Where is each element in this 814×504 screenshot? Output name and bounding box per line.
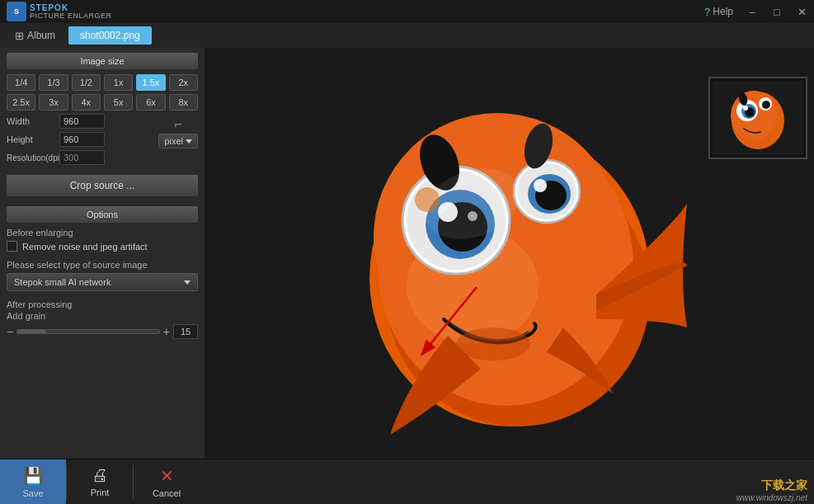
app-title-line1: STEPOK bbox=[30, 3, 112, 12]
scale-btn-half[interactable]: 1/2 bbox=[72, 74, 101, 91]
scale-row-1: 1/4 1/3 1/2 1x 1.5x 2x bbox=[7, 74, 198, 91]
fish-image bbox=[283, 48, 736, 459]
image-size-section: Image size 1/4 1/3 1/2 1x 1.5x 2x 2.5x 3… bbox=[0, 48, 205, 201]
tab-file[interactable]: shot0002.png bbox=[68, 26, 152, 45]
height-row: Height bbox=[7, 132, 153, 147]
pixel-select[interactable]: pixel bbox=[158, 134, 198, 148]
title-controls: ? Help – □ ✕ bbox=[698, 0, 814, 23]
album-tab-label: Album bbox=[27, 30, 55, 41]
pixel-dropdown-arrow bbox=[186, 139, 192, 144]
album-grid-icon: ⊞ bbox=[15, 30, 24, 42]
print-label: Print bbox=[91, 488, 110, 497]
save-icon: 💾 bbox=[23, 466, 44, 486]
options-header: Options bbox=[7, 206, 198, 223]
scale-row-2: 2.5x 3x 4x 5x 6x 8x bbox=[7, 94, 198, 111]
options-section: Options Before enlarging Remove noise an… bbox=[0, 201, 205, 459]
main-area: ⊞ Album shot0002.png Image size 1/4 1/3 … bbox=[0, 23, 814, 459]
close-button[interactable]: ✕ bbox=[789, 0, 814, 23]
width-input[interactable] bbox=[59, 114, 105, 129]
svg-point-21 bbox=[456, 327, 530, 360]
cancel-icon: ✕ bbox=[160, 466, 174, 486]
height-label: Height bbox=[7, 134, 56, 144]
scale-btn-1x[interactable]: 1x bbox=[104, 74, 133, 91]
help-label: Help bbox=[713, 6, 733, 17]
left-panel: Image size 1/4 1/3 1/2 1x 1.5x 2x 2.5x 3… bbox=[0, 48, 205, 459]
ai-network-select[interactable]: Stepok small AI network bbox=[7, 273, 198, 291]
save-button[interactable]: 💾 Save bbox=[0, 459, 66, 505]
logo-icon: S bbox=[7, 2, 26, 21]
pixel-label: pixel bbox=[164, 136, 183, 146]
thumbnail-preview bbox=[708, 77, 807, 159]
watermark-brand: 下载之家 bbox=[736, 478, 807, 493]
save-label: Save bbox=[22, 488, 43, 498]
height-input[interactable] bbox=[59, 132, 105, 147]
titlebar: S STEPOK PICTURE ENLARGER ? Help – □ ✕ bbox=[0, 0, 814, 23]
ai-network-label: Stepok small AI network bbox=[14, 277, 111, 287]
app-title-line2: PICTURE ENLARGER bbox=[30, 12, 112, 21]
width-row: Width bbox=[7, 114, 153, 129]
link-icon: ⌐ bbox=[175, 117, 182, 132]
scale-btn-3x[interactable]: 3x bbox=[39, 94, 68, 111]
maximize-button[interactable]: □ bbox=[765, 0, 789, 23]
grain-minus-button[interactable]: − bbox=[7, 325, 13, 338]
question-icon: ? bbox=[704, 6, 710, 18]
scale-btn-quarter[interactable]: 1/4 bbox=[7, 74, 35, 91]
svg-point-30 bbox=[743, 106, 748, 111]
watermark-site: www.windowszj.net bbox=[736, 493, 807, 502]
print-icon: 🖨 bbox=[92, 466, 108, 485]
svg-point-23 bbox=[415, 187, 440, 212]
cancel-label: Cancel bbox=[153, 488, 181, 498]
image-area bbox=[205, 48, 814, 459]
noise-removal-row: Remove noise and jpeg artifact bbox=[7, 241, 198, 252]
tab-album[interactable]: ⊞ Album bbox=[7, 26, 64, 45]
scale-btn-1-5x[interactable]: 1.5x bbox=[136, 74, 165, 91]
scale-btn-6x[interactable]: 6x bbox=[136, 94, 165, 111]
grain-plus-button[interactable]: + bbox=[163, 325, 170, 338]
resolution-input[interactable] bbox=[59, 150, 105, 165]
watermark-area: 下载之家 www.windowszj.net bbox=[736, 478, 807, 502]
after-processing-label: After processing bbox=[7, 299, 198, 309]
resolution-label: Resolution(dpi) bbox=[7, 153, 56, 163]
cancel-button[interactable]: ✕ Cancel bbox=[134, 459, 200, 505]
tabs-bar: ⊞ Album shot0002.png bbox=[0, 23, 814, 48]
minimize-button[interactable]: – bbox=[740, 0, 765, 23]
noise-checkbox[interactable] bbox=[7, 241, 17, 252]
scale-btn-5x[interactable]: 5x bbox=[104, 94, 133, 111]
scale-btn-4x[interactable]: 4x bbox=[72, 94, 101, 111]
grain-value-input[interactable] bbox=[173, 324, 198, 339]
before-enlarging-label: Before enlarging bbox=[7, 228, 198, 238]
scale-btn-2-5x[interactable]: 2.5x bbox=[7, 94, 35, 111]
file-tab-label: shot0002.png bbox=[80, 30, 140, 41]
width-label: Width bbox=[7, 116, 56, 126]
svg-point-32 bbox=[762, 101, 770, 109]
help-button[interactable]: ? Help bbox=[698, 6, 740, 18]
svg-point-17 bbox=[534, 179, 547, 192]
grain-slider-fill bbox=[17, 330, 45, 333]
grain-slider[interactable] bbox=[16, 329, 160, 334]
ai-select-arrow bbox=[184, 280, 191, 285]
grain-label: Add grain bbox=[7, 311, 198, 321]
resolution-row: Resolution(dpi) bbox=[7, 150, 153, 165]
image-size-header: Image size bbox=[7, 53, 198, 69]
thumbnail-image bbox=[713, 81, 803, 155]
noise-label: Remove noise and jpeg artifact bbox=[22, 242, 148, 252]
print-button[interactable]: 🖨 Print bbox=[67, 459, 133, 505]
bottom-bar: 💾 Save 🖨 Print ✕ Cancel 下载之家 www.windows… bbox=[0, 459, 814, 504]
grain-row: − + bbox=[7, 324, 198, 339]
scale-btn-2x[interactable]: 2x bbox=[169, 74, 198, 91]
scale-btn-third[interactable]: 1/3 bbox=[39, 74, 68, 91]
scale-btn-8x[interactable]: 8x bbox=[169, 94, 198, 111]
source-type-label: Please select type of source image bbox=[7, 260, 198, 270]
crop-source-button[interactable]: Crop source ... bbox=[7, 175, 198, 196]
logo-area: S STEPOK PICTURE ENLARGER bbox=[7, 2, 112, 21]
